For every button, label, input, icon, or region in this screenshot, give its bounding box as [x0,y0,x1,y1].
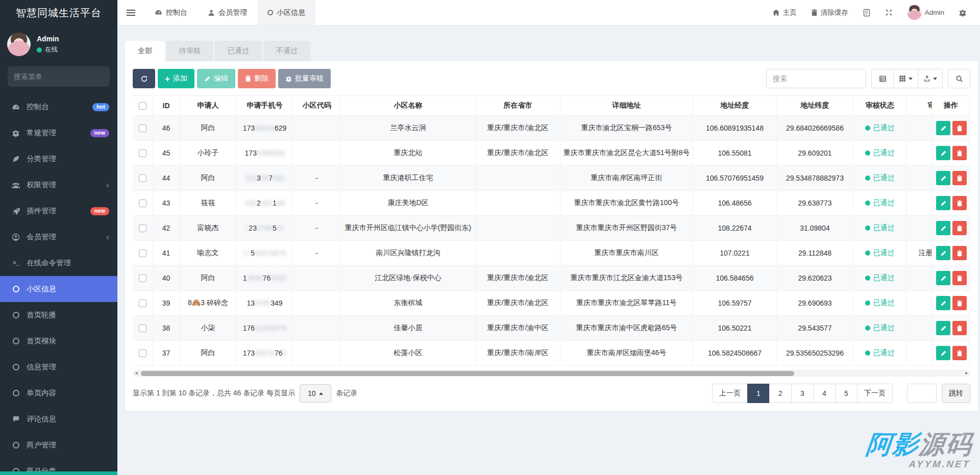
sidebar-item-addon[interactable]: 插件管理new [0,198,117,224]
filter-tab-2[interactable]: 已通过 [215,41,262,61]
row-edit-button[interactable] [936,146,950,160]
row-checkbox[interactable] [139,124,146,132]
table-search-input[interactable] [766,69,866,88]
export-button[interactable] [918,69,943,88]
sidebar-search-input[interactable] [14,72,106,81]
row-delete-button[interactable] [952,146,967,160]
cell-address: 重庆市重庆市南川区 [560,241,693,266]
column-header[interactable]: 小区名称 [341,95,476,116]
row-delete-button[interactable] [952,196,967,210]
column-header[interactable]: 所在省市 [476,95,560,116]
sidebar-item-info[interactable]: 信息管理 [0,354,117,380]
filter-tab-0[interactable]: 全部 [125,41,165,61]
row-edit-button[interactable] [936,121,950,135]
scroll-right-icon[interactable]: ► [963,370,970,377]
sidebar-item-command[interactable]: >_在线命令管理 [0,250,117,276]
search-button[interactable] [948,69,970,88]
row-delete-button[interactable] [952,296,967,310]
sidebar-item-dashboard[interactable]: 控制台hot [0,94,117,120]
language-button[interactable] [856,0,877,26]
table-container[interactable]: ID申请人申请手机号小区代码小区名称所在省市详细地址地址经度地址纬度审核状态审核… [133,95,970,366]
refresh-button[interactable] [133,69,155,88]
batch-audit-button[interactable]: 批量审核 [278,69,331,88]
column-header[interactable]: 申请手机号 [237,95,293,116]
column-header[interactable]: 申请人 [180,95,237,116]
row-delete-button[interactable] [952,221,967,235]
sidebar-item-page[interactable]: 单页内容 [0,380,117,406]
clear-cache-button[interactable]: 清除缓存 [805,0,854,26]
row-checkbox[interactable] [139,349,146,357]
sidebar-item-merchant[interactable]: 商户管理 [0,432,117,458]
prev-page-button[interactable]: 上一页 [712,384,748,403]
sidebar-item-community[interactable]: 小区信息 [0,276,117,302]
page-size-select[interactable]: 10 [300,384,331,403]
delete-button[interactable]: 删除 [238,69,276,88]
fullscreen-button[interactable] [879,0,899,26]
column-header[interactable]: 详细地址 [560,95,693,116]
sidebar-item-module[interactable]: 首页模块 [0,328,117,354]
hamburger-menu-icon[interactable] [117,0,144,25]
row-checkbox[interactable] [139,299,146,307]
horizontal-scrollbar[interactable]: ◄ ► [133,370,970,377]
row-delete-button[interactable] [952,346,967,360]
row-edit-button[interactable] [936,196,950,210]
filter-tab-1[interactable]: 待审核 [166,41,213,61]
nav-tab-dashboard[interactable]: 控制台 [144,0,198,25]
page-button-5[interactable]: 5 [835,384,857,403]
row-delete-button[interactable] [952,321,967,335]
scrollbar-thumb[interactable] [141,371,794,376]
sidebar-item-general[interactable]: 常规管理new [0,120,117,146]
row-edit-button[interactable] [936,221,950,235]
row-delete-button[interactable] [952,171,967,185]
settings-button[interactable] [952,0,973,26]
cell-phone: 1533557890 [237,166,293,191]
select-all-checkbox[interactable] [139,102,146,110]
row-edit-button[interactable] [936,271,950,285]
sidebar-item-auth[interactable]: 权限管理‹ [0,172,117,198]
row-checkbox[interactable] [139,224,146,232]
row-delete-button[interactable] [952,246,967,260]
row-checkbox[interactable] [139,199,146,207]
row-delete-button[interactable] [952,121,967,135]
sidebar-item-member[interactable]: 会员管理‹ [0,224,117,250]
page-button-3[interactable]: 3 [791,384,814,403]
home-button[interactable]: 主页 [766,0,803,26]
column-header[interactable]: 操作 [932,95,970,116]
column-header[interactable]: 小区代码 [293,95,341,116]
column-header[interactable]: 地址纬度 [777,95,853,116]
jump-button[interactable]: 跳转 [942,384,970,403]
sidebar-item-category[interactable]: 分类管理 [0,146,117,172]
sidebar-item-banner[interactable]: 首页轮播 [0,302,117,328]
row-delete-button[interactable] [952,271,967,285]
detail-view-button[interactable] [871,69,894,88]
page-button-4[interactable]: 4 [813,384,836,403]
row-checkbox[interactable] [139,324,146,332]
page-button-2[interactable]: 2 [769,384,792,403]
row-checkbox[interactable] [139,149,146,157]
row-edit-button[interactable] [936,346,950,360]
scroll-left-icon[interactable]: ◄ [133,370,140,377]
filter-tab-3[interactable]: 不通过 [263,41,310,61]
row-edit-button[interactable] [936,296,950,310]
columns-button[interactable] [893,69,918,88]
row-checkbox[interactable] [139,174,146,182]
sidebar-item-comment[interactable]: 评论信息 [0,406,117,432]
edit-button[interactable]: 编辑 [197,69,235,88]
column-header[interactable]: 地址经度 [693,95,777,116]
next-page-button[interactable]: 下一页 [857,384,893,403]
row-edit-button[interactable] [936,246,950,260]
row-edit-button[interactable] [936,171,950,185]
row-checkbox[interactable] [139,274,146,282]
page-button-1[interactable]: 1 [747,384,770,403]
row-edit-button[interactable] [936,321,950,335]
nav-tab-member[interactable]: 会员管理 [198,0,257,25]
column-header[interactable]: ID [153,95,180,116]
row-checkbox[interactable] [139,249,146,257]
add-button[interactable]: +添加 [158,69,194,88]
column-header[interactable]: 审核状态 [853,95,906,116]
jump-page-input[interactable] [907,384,937,403]
cell-id: 39 [153,291,180,316]
user-menu[interactable]: Admin [901,0,950,26]
user-panel[interactable]: Admin 在线 [0,26,117,62]
nav-tab-community[interactable]: 小区信息 [257,0,315,25]
